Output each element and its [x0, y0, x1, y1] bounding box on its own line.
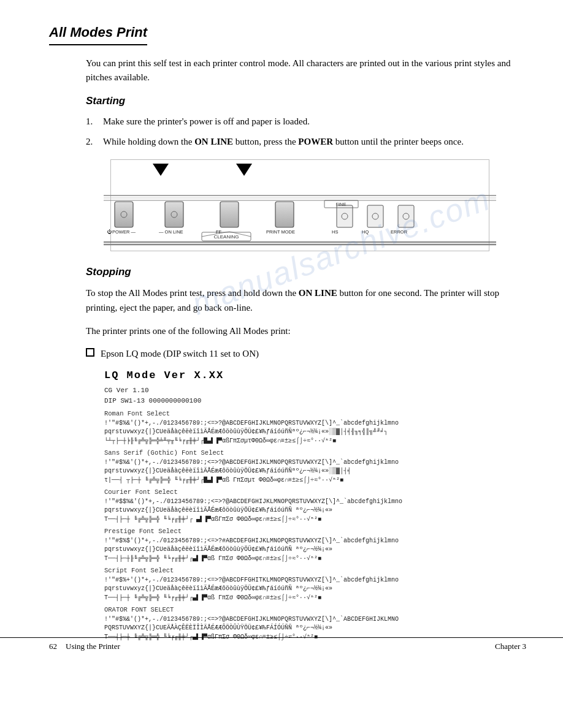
- stopping-text-1: To stop the All Modes print test, press …: [86, 286, 526, 315]
- svg-rect-4: [165, 202, 183, 227]
- page-title: All Modes Print: [49, 25, 147, 45]
- font-section-5: ORATOR FONT SELECT !'"#$%&'()*+,-./01234…: [104, 605, 526, 642]
- svg-rect-6: [275, 202, 294, 227]
- svg-rect-3: [115, 202, 133, 227]
- font-line2-4: pqrstuvwxyz{|}CUeäåàçêëèïîìÄÅÉæÆôöòûùÿÖÜ…: [104, 585, 332, 592]
- lq-mode-title: LQ Mode Ver X.XX: [104, 367, 526, 385]
- stopping-text-2: The printer prints one of the following …: [86, 324, 526, 338]
- lq-mode-box: LQ Mode Ver X.XX CG Ver 1.10 DIP SW1-13 …: [104, 367, 526, 642]
- font-line2-5: PQRSTUVWXYZ{|}CUEÄÅÀÇÊËÈÏÎÌÄÅÉÆÆÔÖÒÛÙŸÖÜ…: [104, 624, 332, 631]
- font-title-5: ORATOR FONT SELECT: [104, 606, 174, 613]
- font-line2-3: pqrstuvwxyz{|}CUeäåàçêëèïîìÄÅÉæÆôöòûùÿÖÜ…: [104, 546, 332, 553]
- font-line2-1: pqrstuvwxyz{|}CUeäåàçêëèïîìÄÅÉæÆôöòûùÿÖÜ…: [104, 468, 351, 474]
- svg-rect-8: [367, 205, 383, 227]
- intro-text: You can print this self test in each pri…: [86, 56, 526, 84]
- svg-rect-9: [398, 205, 414, 227]
- checkbox-label: Epson LQ mode (DIP switch 11 set to ON): [101, 347, 259, 361]
- svg-text:⏻POWER —: ⏻POWER —: [107, 229, 136, 235]
- arrow-down-1: [153, 164, 169, 176]
- arrow-down-2: [236, 164, 252, 176]
- svg-text:ERROR: ERROR: [391, 229, 408, 235]
- stopping-heading: Stopping: [86, 266, 526, 278]
- svg-rect-5: [220, 202, 239, 227]
- checkbox-icon: [86, 348, 94, 357]
- font-line3-4: T──┤├─┼ ╚╔╩╦╠═╬ ╙╘╒╓╫╪┘┌▄▌▐▀αß ΓπΣσ ΦΘΩδ…: [104, 594, 321, 601]
- font-section-2: Courier Font Select !'"#$$%&'()*+,-./012…: [104, 488, 526, 524]
- step-2: 2. While holding down the ON LINE button…: [86, 135, 526, 149]
- printer-diagram: CLEANING ⏻POWER — — ON LINE FF PRINT MOD…: [110, 159, 489, 251]
- svg-text:FF: FF: [216, 229, 222, 235]
- font-section-4: Script Font Select !'"#$%+'()*+,-./01234…: [104, 566, 526, 602]
- font-line1-0: !'"#$%&'()*+,-./0123456789:;<=>?@ABCDEFG…: [104, 420, 399, 427]
- footer-left: 62 Using the Printer: [49, 642, 120, 651]
- stopping-section: Stopping To stop the All Modes print tes…: [49, 266, 526, 338]
- step-2-text: While holding down the ON LINE button, p…: [103, 135, 526, 149]
- font-section-3: Prestige Font Select !'"#$%$'()*+,-./012…: [104, 527, 526, 563]
- font-section-1: Sans Serif (Gothic) Font Select !'"#$%&'…: [104, 449, 526, 485]
- font-title-0: Roman Font Select: [104, 410, 170, 417]
- font-line1-2: !'"#$$%&'()*+,-./0123456789:;<=>?@ABCDEF…: [104, 498, 402, 505]
- footer-page-num: 62: [49, 642, 57, 651]
- checkbox-item-epson: Epson LQ mode (DIP switch 11 set to ON): [86, 347, 526, 361]
- svg-text:CLEANING: CLEANING: [214, 234, 239, 240]
- font-line3-3: T──┤├─┼╟╚╔╩╦╠═╬ ╙╘╒╓╫╪┘┌▄▌▐▀αß ΓπΣσ ΦΘΩδ…: [104, 555, 321, 562]
- steps-list: 1. Make sure the printer's power is off …: [86, 115, 526, 148]
- svg-text:PRINT MODE: PRINT MODE: [266, 229, 295, 235]
- font-section-0: Roman Font Select !'"#$%&'()*+,-./012345…: [104, 409, 526, 446]
- font-line1-1: !'"#$%&'()*+,-./0123456789:;<=>?@ABCDEFG…: [104, 459, 399, 466]
- lq-cg-ver: CG Ver 1.10: [104, 385, 526, 396]
- page: manualsarchive.com All Modes Print You c…: [0, 0, 563, 666]
- font-sections: Roman Font Select !'"#$%&'()*+,-./012345…: [104, 409, 526, 642]
- footer-left-label: Using the Printer: [66, 642, 120, 651]
- footer: 62 Using the Printer Chapter 3: [0, 637, 563, 651]
- starting-heading: Starting: [86, 95, 526, 107]
- svg-text:HQ: HQ: [362, 229, 369, 235]
- font-line1-3: !'"#$%$'()*+,-./0123456789:;<=>?#ABCDEFG…: [104, 537, 399, 544]
- font-line1-4: !'"#$%+'()*+,-./0123456789:;<=>?@ABCDFFG…: [104, 577, 399, 583]
- svg-text:— ON LINE: — ON LINE: [159, 229, 183, 235]
- svg-text:FINE: FINE: [335, 202, 346, 207]
- svg-text:HS: HS: [332, 229, 338, 235]
- step-2-num: 2.: [86, 135, 103, 149]
- font-title-4: Script Font Select: [104, 567, 174, 574]
- font-line3-2: T──┤├─┼ ╚╔╩╦╠═╬ ╙╘╒╓╫╪┘┌ ▄▌▐▀αßΓπΣσ ΦΘΩδ…: [104, 516, 321, 523]
- step-1: 1. Make sure the printer's power is off …: [86, 115, 526, 129]
- font-line3-1: τ|──┤ ┬├─┼ ╚╔╩╦╠═╬ ╙╘╒╓╫╪┘┌█▄▌▐▀αß ΓπΣσµ…: [104, 477, 343, 483]
- lq-dip: DIP SW1-13 0000000000100: [104, 396, 526, 406]
- font-title-2: Courier Font Select: [104, 488, 178, 496]
- step-1-text: Make sure the printer's power is off and…: [103, 115, 526, 129]
- font-line2-0: pqrstuvwxyz{|}CUeäåàçêëèïîìÄÅÉæÆôöòûùÿÖÜ…: [104, 428, 388, 435]
- font-title-3: Prestige Font Select: [104, 528, 182, 535]
- footer-right-label: Chapter 3: [495, 642, 526, 651]
- control-panel-svg: CLEANING ⏻POWER — — ON LINE FF PRINT MOD…: [104, 178, 496, 246]
- step-1-num: 1.: [86, 115, 103, 129]
- svg-rect-7: [337, 205, 353, 227]
- font-title-1: Sans Serif (Gothic) Font Select: [104, 449, 224, 457]
- font-line2-2: pqrstuvwxyz{|}CUeäåàçêëèïîìÄÅÉæÆôöòûùÿÖÜ…: [104, 507, 332, 514]
- font-line3-0: └┴┬├─┼╞╟╚╔╩╦╠═╬╧╨╤╥╙╘╒╓╫╪┘┌█▄▌▐▀αßΓπΣσµτ…: [104, 438, 336, 444]
- font-line1-5: !'"#$%&'()*+,-./0123456789:;<=>?@ABCDEFG…: [104, 616, 399, 623]
